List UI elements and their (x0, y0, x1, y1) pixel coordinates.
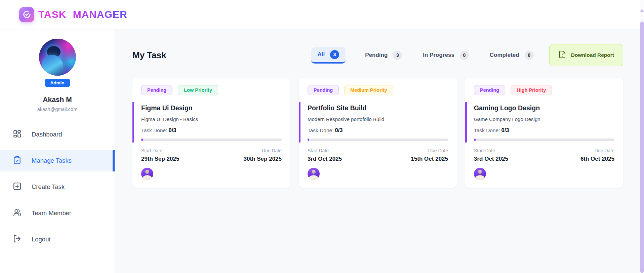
status-badge: Pending (141, 85, 172, 95)
task-done-label: Task Done: (141, 127, 167, 133)
task-done-label: Task Done: (474, 127, 500, 133)
start-date-label: Start Date (141, 148, 179, 153)
task-title: Portfolio Site Build (308, 104, 448, 112)
start-date-label: Start Date (308, 148, 342, 153)
task-title: Figma Ui Design (141, 104, 282, 112)
dates-row: Start Date 3rd Oct 2025 Due Date 15th Oc… (308, 148, 448, 162)
page-scrollbar[interactable] (640, 0, 644, 273)
task-card-figma-ui-design[interactable]: Pending Low Priority Figma Ui Design Fig… (132, 78, 290, 188)
tab-all[interactable]: All 3 (311, 47, 346, 64)
tab-label: In Progress (423, 52, 454, 58)
user-email: akash@gmail.com (37, 107, 77, 112)
scrollbar-thumb[interactable] (640, 22, 644, 273)
due-date-label: Due Date (244, 148, 282, 153)
due-date-block: Due Date 30th Sep 2025 (244, 148, 282, 162)
main-content: My Task All 3 Pending 3 In Progress 0 Co… (115, 30, 640, 273)
card-accent-bar (465, 102, 467, 143)
task-done: Task Done:0/3 (308, 127, 448, 133)
sidebar-item-label: Dashboard (32, 131, 62, 138)
task-done-value: 0/3 (501, 127, 509, 133)
card-badges: Pending Low Priority (141, 85, 282, 95)
sidebar-item-label: Manage Tasks (32, 157, 72, 164)
sidebar-item-label: Team Member (32, 209, 71, 217)
due-date-label: Due Date (580, 148, 614, 153)
status-badge: Pending (474, 85, 505, 95)
due-date-label: Due Date (411, 148, 448, 153)
progress-bar (141, 139, 282, 141)
user-name: Akash M (43, 95, 72, 104)
start-date-label: Start Date (474, 148, 508, 153)
scrollbar-up-arrow-icon[interactable] (640, 9, 644, 12)
progress-bar (308, 139, 448, 141)
sidebar-item-create-task[interactable]: Create Task (0, 176, 115, 198)
due-date-value: 6th Oct 2025 (580, 156, 614, 162)
start-date-value: 29th Sep 2025 (141, 156, 179, 162)
task-done-label: Task Done: (308, 127, 334, 133)
priority-badge: Medium Priority (344, 85, 393, 95)
logout-icon (13, 234, 22, 245)
logo-text-primary: TASK (38, 9, 66, 20)
start-date-block: Start Date 3rd Oct 2025 (308, 148, 342, 162)
users-icon (13, 208, 22, 219)
dashboard-grid-icon (13, 129, 22, 140)
due-date-value: 15th Oct 2025 (411, 156, 448, 162)
profile-avatar (39, 39, 76, 76)
task-card-portfolio-site-build[interactable]: Pending Medium Priority Portfolio Site B… (299, 78, 457, 188)
progress-bar (474, 139, 614, 141)
card-badges: Pending High Priority (474, 85, 614, 95)
logo-text-secondary: MANAGER (73, 9, 127, 20)
task-title: Gaming Logo Design (474, 104, 614, 112)
tab-count-badge: 3 (330, 50, 339, 59)
sidebar-item-label: Create Task (32, 183, 65, 191)
start-date-value: 3rd Oct 2025 (308, 156, 342, 162)
card-accent-bar (299, 102, 300, 143)
progress-fill (308, 139, 309, 141)
dates-row: Start Date 3rd Oct 2025 Due Date 6th Oct… (474, 148, 614, 162)
controls-row: My Task All 3 Pending 3 In Progress 0 Co… (132, 44, 623, 66)
app-logo[interactable]: TASK MANAGER (19, 7, 127, 22)
square-plus-icon (13, 182, 22, 192)
role-badge: Admin (45, 79, 70, 87)
start-date-block: Start Date 29th Sep 2025 (141, 148, 179, 162)
card-accent-bar (132, 102, 134, 143)
tab-label: Pending (365, 52, 388, 58)
tab-pending[interactable]: Pending 3 (364, 48, 403, 63)
download-report-label: Download Report (571, 52, 614, 58)
task-manager-logo-icon (19, 7, 34, 22)
sidebar-item-logout[interactable]: Logout (0, 229, 115, 250)
app-header: TASK MANAGER (0, 0, 644, 29)
sidebar-item-dashboard[interactable]: Dashboard (0, 124, 115, 145)
sidebar-nav: Dashboard Manage Tasks Create Task (0, 124, 115, 250)
sidebar-item-team-member[interactable]: Team Member (0, 202, 115, 224)
page-title: My Task (132, 50, 166, 61)
clipboard-check-icon (13, 156, 22, 166)
tab-completed[interactable]: Completed 0 (488, 48, 535, 63)
assignee-avatar (308, 168, 320, 180)
card-badges: Pending Medium Priority (308, 85, 448, 95)
tab-count-badge: 0 (460, 51, 469, 60)
task-card-gaming-logo-design[interactable]: Pending High Priority Gaming Logo Design… (465, 78, 623, 188)
assignee-avatar (141, 168, 153, 180)
priority-badge: High Priority (511, 85, 552, 95)
tab-count-badge: 3 (393, 51, 402, 60)
filter-tabs: All 3 Pending 3 In Progress 0 Completed … (311, 47, 535, 64)
download-report-button[interactable]: Download Report (549, 44, 623, 66)
profile-section: Admin Akash M akash@gmail.com (0, 30, 115, 112)
tab-label: Completed (490, 52, 519, 58)
dates-row: Start Date 29th Sep 2025 Due Date 30th S… (141, 148, 282, 162)
task-description: Modern Resposive portofolio Build (308, 116, 448, 122)
task-done: Task Done:0/3 (474, 127, 614, 133)
due-date-block: Due Date 6th Oct 2025 (580, 148, 614, 162)
tab-in-progress[interactable]: In Progress 0 (421, 48, 470, 63)
assignee-avatar (474, 168, 486, 180)
file-report-icon (558, 50, 566, 60)
tab-count-badge: 0 (525, 51, 534, 60)
task-cards-row: Pending Low Priority Figma Ui Design Fig… (132, 78, 623, 188)
due-date-value: 30th Sep 2025 (244, 156, 282, 162)
task-done: Task Done:0/3 (141, 127, 282, 133)
task-description: Game Company Logo Design (474, 116, 614, 122)
sidebar: Admin Akash M akash@gmail.com Dashboard (0, 30, 115, 273)
logo-text: TASK MANAGER (38, 9, 127, 20)
sidebar-item-manage-tasks[interactable]: Manage Tasks (0, 150, 115, 171)
task-done-value: 0/3 (169, 127, 176, 133)
